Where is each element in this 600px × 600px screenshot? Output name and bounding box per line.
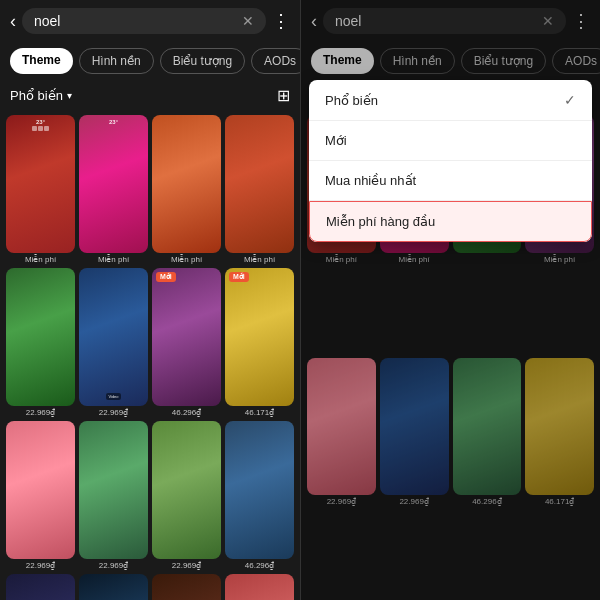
theme-label: 22.969₫ [99,408,128,417]
list-item [79,574,148,600]
phone-time: 23° [109,119,118,125]
left-search-text: noel [34,13,236,29]
dropdown-item-label: Miễn phí hàng đầu [326,214,435,229]
theme-label: 46.296₫ [172,408,201,417]
list-item: Video 22.969₫ [79,268,148,417]
new-badge: Mới [156,272,176,282]
theme-label: 46.296₫ [245,561,274,570]
theme-thumb[interactable] [225,115,294,253]
sort-dropdown: Phổ biến ✓ Mới Mua nhiều nhất Miễn phí h… [309,80,592,242]
left-search-input-wrap[interactable]: noel ✕ [22,8,266,34]
left-more-icon[interactable]: ⋮ [272,10,290,32]
theme-label: Miễn phí [98,255,129,264]
check-icon: ✓ [564,92,576,108]
list-item: 22.969₫ [6,268,75,417]
left-sort-bar: Phổ biến ▾ ⊞ [0,80,300,111]
dropdown-item-label: Mới [325,133,347,148]
theme-thumb[interactable]: Video [79,268,148,406]
theme-thumb[interactable]: Mới [152,268,221,406]
theme-thumb[interactable] [152,115,221,253]
dropdown-item-muanhieunhat[interactable]: Mua nhiều nhất [309,161,592,201]
theme-label: Miễn phí [244,255,275,264]
theme-thumb[interactable] [152,421,221,559]
video-badge: Video [106,393,120,400]
phone-time: 23° [36,119,45,125]
dropdown-item-phobien[interactable]: Phổ biến ✓ [309,80,592,121]
theme-label: 22.969₫ [26,561,55,570]
theme-thumb[interactable] [225,421,294,559]
theme-thumb[interactable] [79,574,148,600]
left-panel: ‹ noel ✕ ⋮ Theme Hình nền Biểu tượng AOD… [0,0,300,600]
left-tab-bieututong[interactable]: Biểu tượng [160,48,245,74]
theme-thumb[interactable] [79,421,148,559]
dropdown-item-label: Mua nhiều nhất [325,173,416,188]
theme-thumb[interactable] [152,574,221,600]
left-back-icon[interactable]: ‹ [10,11,16,32]
list-item: Mới 46.171₫ [225,268,294,417]
dropdown-item-moi[interactable]: Mới [309,121,592,161]
left-sort-text: Phổ biến [10,88,63,103]
list-item: Miễn phí [152,115,221,264]
left-tab-aods[interactable]: AODs [251,48,300,74]
theme-label: 46.171₫ [245,408,274,417]
list-item: Mới 46.296₫ [152,268,221,417]
left-sort-arrow: ▾ [67,90,72,101]
theme-thumb[interactable] [6,268,75,406]
right-panel: ‹ noel ✕ ⋮ Theme Hình nền Biểu tượng AOD… [300,0,600,600]
theme-label: 22.969₫ [26,408,55,417]
left-theme-grid: 23° Miễn phí 23° Miễn phí Miễn phí [0,111,300,600]
theme-thumb[interactable]: Mới [225,268,294,406]
theme-thumb[interactable] [225,574,294,600]
list-item: 23° Miễn phí [6,115,75,264]
list-item: 46.296₫ [225,421,294,570]
theme-thumb[interactable] [6,574,75,600]
list-item [152,574,221,600]
theme-label: 22.969₫ [172,561,201,570]
left-search-bar: ‹ noel ✕ ⋮ [0,0,300,42]
list-item: 22.969₫ [79,421,148,570]
left-grid-icon[interactable]: ⊞ [277,86,290,105]
new-badge: Mới [229,272,249,282]
left-tab-theme[interactable]: Theme [10,48,73,74]
list-item [6,574,75,600]
left-tab-hinhanh[interactable]: Hình nền [79,48,154,74]
theme-thumb[interactable]: 23° [6,115,75,253]
list-item [225,574,294,600]
list-item: 22.969₫ [152,421,221,570]
theme-label: Miễn phí [171,255,202,264]
theme-label: Miễn phí [25,255,56,264]
left-sort-label[interactable]: Phổ biến ▾ [10,88,72,103]
left-clear-icon[interactable]: ✕ [242,13,254,29]
theme-label: 22.969₫ [99,561,128,570]
dropdown-item-mienphihangdau[interactable]: Miễn phí hàng đầu [309,201,592,242]
list-item: 23° Miễn phí [79,115,148,264]
list-item: Miễn phí [225,115,294,264]
list-item: 22.969₫ [6,421,75,570]
theme-thumb[interactable]: 23° [79,115,148,253]
theme-thumb[interactable] [6,421,75,559]
left-tabs: Theme Hình nền Biểu tượng AODs [0,42,300,80]
dropdown-item-label: Phổ biến [325,93,378,108]
